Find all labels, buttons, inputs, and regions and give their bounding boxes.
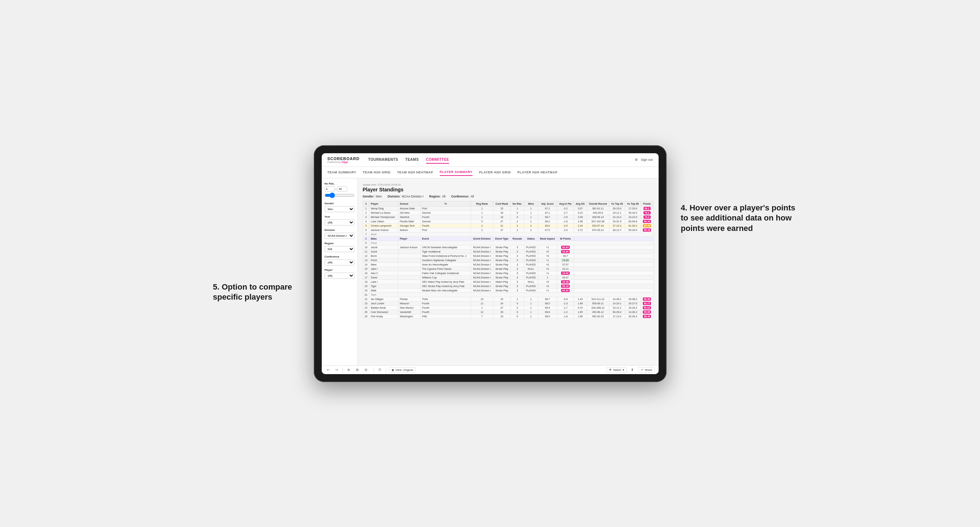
view-original-button[interactable]: ◉ View: Original: [389, 367, 416, 373]
nav-teams[interactable]: TEAMS: [405, 156, 419, 163]
table-row: 13 Phich Southern Highlands Collegiate N…: [363, 258, 653, 262]
download-button[interactable]: ⬇: [630, 367, 635, 372]
table-row: 15 Jake I The Cypress Point Classic NCAA…: [363, 267, 653, 271]
sub-nav-team-summary[interactable]: TEAM SUMMARY: [328, 169, 356, 176]
nav-committee[interactable]: COMMITTEE: [426, 156, 450, 163]
col-overall: Overall Record: [587, 201, 609, 206]
region-select[interactable]: N/A: [325, 246, 355, 252]
filter-bar: Gender: Men Division: NCAA Division I Re…: [363, 195, 654, 198]
division-select[interactable]: NCAA Division I: [325, 233, 355, 239]
redo-button[interactable]: ↪: [334, 367, 340, 372]
year-select[interactable]: (All): [325, 219, 355, 225]
watch-icon: 👁: [609, 368, 612, 371]
year-label: Year: [325, 215, 355, 218]
table-row: 20 Matti Mirabel Maui Jim Intercollegiat…: [363, 288, 653, 292]
table-row: 5 Christo Lamprecht Georgia Tech Fourth …: [363, 224, 653, 228]
nav-tournaments[interactable]: TOURNAMENTS: [368, 156, 398, 163]
share-button[interactable]: ↗ Share: [638, 367, 655, 373]
table-row: 2 Michael La Sasso Ole Miss Second 1 18 …: [363, 210, 653, 215]
sidebar-region-section: Region N/A: [325, 242, 355, 252]
col-wins: Wins: [524, 201, 538, 206]
undo-button[interactable]: ↩: [325, 367, 331, 372]
table-row: 10 Jacob Jackson Koioun UNCW Seahawk Int…: [363, 245, 653, 249]
table-row: 9 Prest: [363, 241, 653, 245]
col-vs25: Vs Top 25: [609, 201, 625, 206]
annotation-right: 4. Hover over a player's points to see a…: [681, 203, 803, 234]
settings-icon[interactable]: ⚙: [635, 158, 638, 162]
table-row: 6 Jackson Koioun Auburn First 2 27 2 2 6…: [363, 228, 653, 232]
filter-button[interactable]: ⊟ ·: [363, 367, 371, 372]
sub-nav-player-summary[interactable]: PLAYER SUMMARY: [440, 169, 473, 176]
tooltip-header-row: 8 Matu Player Event Event Division Event…: [363, 237, 653, 241]
sub-nav-player-h2h-grid[interactable]: PLAYER H2H GRID: [479, 169, 511, 176]
no-rds-slider[interactable]: [325, 192, 355, 198]
filter-gender: Gender: Men: [363, 195, 382, 198]
player-select[interactable]: (All): [325, 273, 355, 279]
table-row: 21 Tach: [363, 292, 653, 297]
watch-button[interactable]: 👁 Watch ▾: [606, 367, 627, 373]
no-rds-label: No Rds.: [325, 182, 355, 185]
table-row: 23 Jack Lundin Missouri Fourth 11 24 0 1…: [363, 301, 653, 305]
table-row: 18 Luke I SEC Match Play hosted by Jerry…: [363, 279, 653, 284]
tablet-frame: SCOREBOARD Powered by clippi TOURNAMENTS…: [314, 145, 667, 382]
col-reg-rank: Reg Rank: [471, 201, 493, 206]
annotation-left: 5. Option to compare specific players: [213, 282, 303, 303]
col-vs50: Vs Top 50: [625, 201, 641, 206]
col-num: #: [363, 201, 369, 206]
table-row: 1 Wenyi Ding Arizona State First 1 15 1 …: [363, 206, 653, 210]
sidebar-conference-section: Conference (All): [325, 255, 355, 265]
col-yr: Yr: [420, 201, 471, 206]
table-row: 26 Petr Hruby Washington Fifth 7 23 0 1 …: [363, 314, 653, 318]
table-row: 24 Bastien Amat New Mexico Fourth 1 27 2…: [363, 305, 653, 310]
update-time: Update time: 27/01/2024 16:56:26: [363, 183, 401, 186]
col-avg-sg: Avg SG: [574, 201, 587, 206]
sub-nav-team-h2h-heatmap[interactable]: TEAM H2H HEATMAP: [397, 169, 433, 176]
table-row: 14 Mare Amer An Intercollegiate NCAA Div…: [363, 262, 653, 267]
sub-nav-team-h2h-grid[interactable]: TEAM H2H GRID: [363, 169, 391, 176]
filter-conference: Conference: All: [451, 195, 474, 198]
table-row: 7 Nichi: [363, 232, 653, 237]
copy-button[interactable]: ⊕: [346, 367, 352, 372]
sign-out-link[interactable]: Sign out: [641, 158, 652, 162]
sidebar-year-section: Year (All): [325, 215, 355, 225]
player-label: Player: [325, 268, 355, 271]
view-icon: ◉: [391, 368, 394, 371]
toolbar-separator-2: [374, 367, 374, 372]
table-row: 25 Cole Sherwood Vanderbilt Fourth 12 28…: [363, 310, 653, 314]
toolbar-separator-3: [386, 367, 386, 372]
col-player: Player: [369, 201, 398, 206]
table-row: 11 Gordi Tiger Invitational NCAA Divisio…: [363, 249, 653, 254]
table-row: 3 Michael Thorbjornsen Stanford Fourth 1…: [363, 215, 653, 219]
bottom-toolbar: ↩ ↪ ⊕ ⊞ ⊟ · ⏱ ◉ View: Original 👁 Watch ▾: [322, 365, 659, 374]
table-row: 19 Tiger SEC Stroke Play hosted by Jerry…: [363, 284, 653, 288]
col-school: School: [398, 201, 420, 206]
filter-region: Region: All: [430, 195, 445, 198]
region-label: Region: [325, 242, 355, 245]
tablet-screen: SCOREBOARD Powered by clippi TOURNAMENTS…: [322, 153, 659, 374]
col-no-rds: No Rds.: [511, 201, 524, 206]
top-nav: SCOREBOARD Powered by clippi TOURNAMENTS…: [322, 153, 659, 167]
table-row: 17 David Williams Cup NCAA Division I St…: [363, 275, 653, 279]
content-panel: Update time: 27/01/2024 16:56:26 Player …: [358, 178, 659, 365]
col-conf-rank: Conf Rank: [493, 201, 511, 206]
conference-select[interactable]: (All): [325, 259, 355, 265]
sidebar-player-section: Player (All): [325, 268, 355, 279]
paste-button[interactable]: ⊞: [355, 367, 360, 372]
table-row: 12 Breni Wake Forest Invitational at Pin…: [363, 254, 653, 258]
page-title: Player Standings: [363, 187, 654, 192]
top-nav-right: ⚙ Sign out: [635, 158, 652, 162]
no-rds-to-input[interactable]: [337, 186, 347, 192]
sub-nav-player-h2h-heatmap[interactable]: PLAYER H2H HEATMAP: [517, 169, 558, 176]
table-row: 4 Luke Claton Florida State Second 5 27 …: [363, 219, 653, 224]
filter-division: Division: NCAA Division I: [388, 195, 423, 198]
sidebar-gender-section: Gender Men: [325, 202, 355, 212]
division-label: Division: [325, 229, 355, 232]
sidebar-division-section: Division NCAA Division I: [325, 229, 355, 239]
logo-powered: Powered by clippi: [328, 161, 360, 163]
gender-select[interactable]: Men: [325, 206, 355, 212]
sub-nav: TEAM SUMMARY TEAM H2H GRID TEAM H2H HEAT…: [322, 167, 659, 178]
no-rds-from-input[interactable]: [325, 186, 335, 192]
chevron-down-icon: ▾: [623, 368, 624, 371]
standings-table: # Player School Yr Reg Rank Conf Rank No…: [363, 201, 654, 319]
clock-button[interactable]: ⏱: [377, 367, 383, 372]
